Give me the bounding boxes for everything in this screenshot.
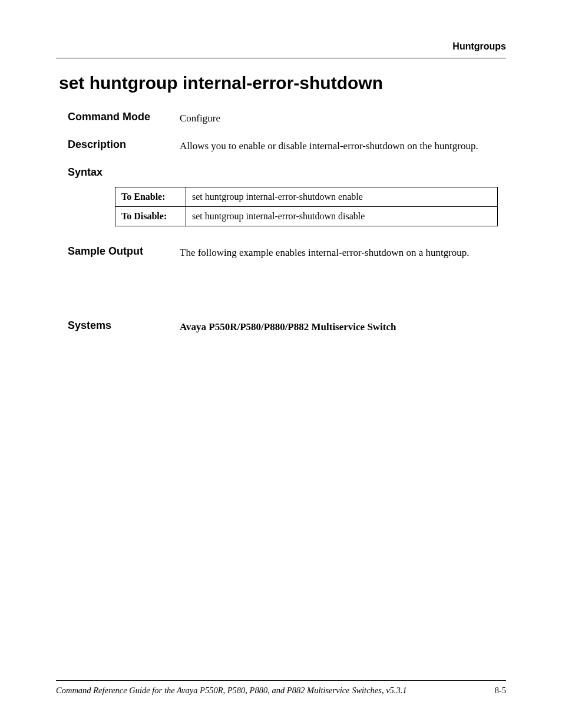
syntax-value-enable: set huntgroup internal-error-shutdown en…: [186, 187, 498, 206]
systems-value: Avaya P550R/P580/P880/P882 Multiservice …: [180, 319, 506, 334]
command-mode-label: Command Mode: [68, 111, 180, 123]
systems-label: Systems: [68, 319, 180, 332]
spacer: [56, 272, 506, 319]
syntax-key-enable: To Enable:: [115, 187, 186, 206]
table-row: To Disable: set huntgroup internal-error…: [115, 206, 498, 226]
description-value: Allows you to enable or disable internal…: [180, 139, 506, 153]
syntax-table-wrap: To Enable: set huntgroup internal-error-…: [115, 187, 506, 226]
syntax-body: [180, 166, 506, 167]
footer-guide-text: Command Reference Guide for the Avaya P5…: [56, 686, 407, 696]
footer-row: Command Reference Guide for the Avaya P5…: [56, 686, 506, 696]
table-row: To Enable: set huntgroup internal-error-…: [115, 187, 498, 206]
header-section-label: Huntgroups: [56, 41, 506, 52]
header-rule: [56, 58, 506, 58]
description-row: Description Allows you to enable or disa…: [68, 139, 506, 153]
sample-output-row: Sample Output The following example enab…: [68, 245, 506, 260]
syntax-table: To Enable: set huntgroup internal-error-…: [115, 187, 498, 226]
page-title: set huntgroup internal-error-shutdown: [59, 73, 506, 93]
sample-output-value: The following example enables internal-e…: [180, 245, 506, 260]
systems-row: Systems Avaya P550R/P580/P880/P882 Multi…: [68, 319, 506, 334]
description-label: Description: [68, 139, 180, 151]
command-mode-value: Configure: [180, 111, 506, 126]
footer-page-number: 8-5: [495, 686, 506, 696]
command-mode-row: Command Mode Configure: [68, 111, 506, 126]
syntax-label: Syntax: [68, 166, 180, 179]
syntax-row: Syntax: [68, 166, 506, 179]
footer-rule: [56, 680, 506, 681]
syntax-value-disable: set huntgroup internal-error-shutdown di…: [186, 206, 498, 226]
page-footer: Command Reference Guide for the Avaya P5…: [56, 680, 506, 696]
sample-output-label: Sample Output: [68, 245, 180, 258]
syntax-key-disable: To Disable:: [115, 206, 186, 226]
